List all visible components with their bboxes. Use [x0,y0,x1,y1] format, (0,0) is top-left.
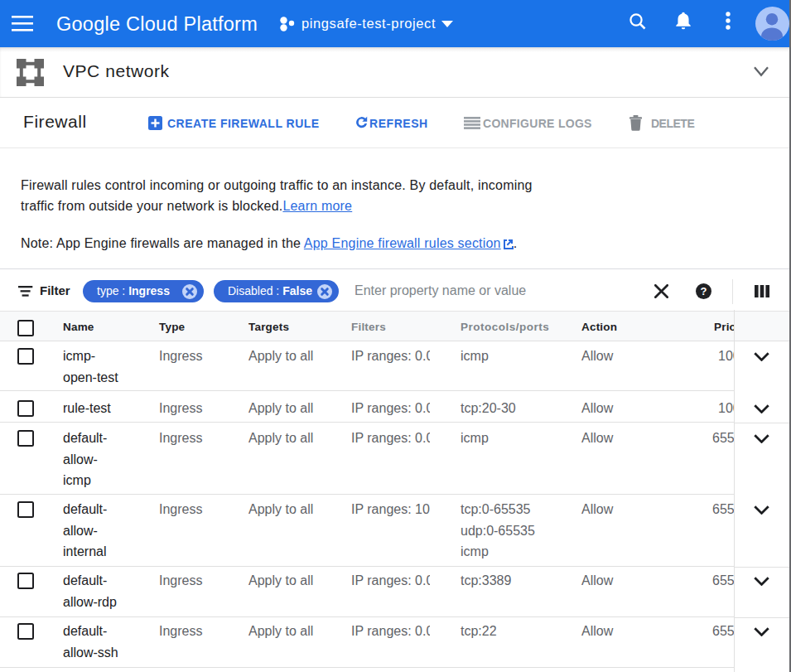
svg-text:?: ? [701,285,707,297]
